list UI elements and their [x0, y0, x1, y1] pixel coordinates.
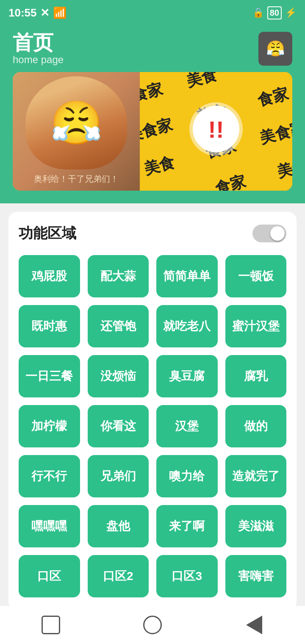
- banner-left: 😤 奥利给！干了兄弟们！: [13, 72, 140, 191]
- function-button-grid: 鸡屁股配大蒜简简单单一顿饭既时惠还管饱就吃老八蜜汁汉堡一日三餐没烦恼臭豆腐腐乳加…: [19, 255, 286, 597]
- nav-recent-button[interactable]: [239, 610, 269, 640]
- main-content: 功能区域 鸡屁股配大蒜简简单单一顿饭既时惠还管饱就吃老八蜜汁汉堡一日三餐没烦恼臭…: [0, 203, 305, 619]
- signal-icon: ✕: [40, 6, 50, 19]
- func-btn-22[interactable]: 来了啊: [156, 505, 218, 547]
- func-btn-8[interactable]: 一日三餐: [19, 355, 80, 397]
- func-btn-7[interactable]: 蜜汁汉堡: [225, 305, 287, 347]
- battery-display: 80: [267, 6, 282, 19]
- status-bar: 10:55 ✕ 📶 🔒 80 ⚡: [0, 0, 305, 25]
- feature-title: 功能区域: [19, 224, 76, 243]
- app-header: 首页 home page 😤: [0, 25, 305, 72]
- func-btn-23[interactable]: 美滋滋: [225, 505, 287, 547]
- func-btn-5[interactable]: 还管饱: [88, 305, 149, 347]
- nav-home-button[interactable]: [138, 610, 167, 640]
- status-time-area: 10:55 ✕ 📶: [8, 6, 67, 19]
- status-right-area: 🔒 80 ⚡: [252, 6, 297, 19]
- header-title-block: 首页 home page: [13, 32, 64, 66]
- page-title-zh: 首页: [13, 32, 64, 54]
- func-btn-4[interactable]: 既时惠: [19, 305, 80, 347]
- feature-header: 功能区域: [19, 224, 286, 243]
- func-btn-20[interactable]: 嘿嘿嘿: [19, 505, 80, 547]
- func-btn-11[interactable]: 腐乳: [225, 355, 287, 397]
- banner-exclaim-bubble: !!: [193, 106, 239, 153]
- func-btn-6[interactable]: 就吃老八: [156, 305, 218, 347]
- triangle-icon: [246, 616, 262, 634]
- func-btn-16[interactable]: 行不行: [19, 455, 80, 497]
- func-btn-21[interactable]: 盘他: [88, 505, 149, 547]
- banner-character-face: 😤: [25, 76, 127, 169]
- banner-container: 😤 奥利给！干了兄弟们！ 美食家 美食 食家 美食家 美食 食家 美食 食家 美…: [0, 72, 305, 203]
- func-btn-1[interactable]: 配大蒜: [88, 255, 149, 297]
- func-btn-10[interactable]: 臭豆腐: [156, 355, 218, 397]
- banner: 😤 奥利给！干了兄弟们！ 美食家 美食 食家 美食家 美食 食家 美食 食家 美…: [13, 72, 292, 191]
- func-btn-3[interactable]: 一顿饭: [225, 255, 287, 297]
- func-btn-19[interactable]: 造就完了: [225, 455, 287, 497]
- bottom-nav: [0, 606, 305, 644]
- wifi-icon: 📶: [53, 6, 67, 19]
- charging-icon: ⚡: [285, 7, 297, 18]
- func-btn-26[interactable]: 口区3: [156, 555, 218, 597]
- func-btn-24[interactable]: 口区: [19, 555, 80, 597]
- exclaim-text: !!: [208, 115, 224, 143]
- feature-card: 功能区域 鸡屁股配大蒜简简单单一顿饭既时惠还管饱就吃老八蜜汁汉堡一日三餐没烦恼臭…: [8, 212, 297, 610]
- func-btn-15[interactable]: 做的: [225, 405, 287, 447]
- func-btn-9[interactable]: 没烦恼: [88, 355, 149, 397]
- func-btn-17[interactable]: 兄弟们: [88, 455, 149, 497]
- circle-icon: [143, 616, 162, 634]
- func-btn-25[interactable]: 口区2: [88, 555, 149, 597]
- func-btn-2[interactable]: 简简单单: [156, 255, 218, 297]
- lock-icon: 🔒: [252, 7, 264, 18]
- func-btn-13[interactable]: 你看这: [88, 405, 149, 447]
- banner-right: 美食家 美食 食家 美食家 美食 食家 美食 食家 美食家 美食 食家 美食 !…: [140, 72, 292, 191]
- time-display: 10:55: [8, 6, 37, 19]
- func-btn-14[interactable]: 汉堡: [156, 405, 218, 447]
- func-btn-18[interactable]: 噢力给: [156, 455, 218, 497]
- banner-caption: 奥利给！干了兄弟们！: [13, 173, 140, 185]
- feature-toggle[interactable]: [252, 225, 286, 242]
- avatar[interactable]: 😤: [258, 32, 292, 66]
- func-btn-12[interactable]: 加柠檬: [19, 405, 80, 447]
- square-icon: [42, 616, 60, 634]
- nav-back-button[interactable]: [36, 610, 66, 640]
- func-btn-0[interactable]: 鸡屁股: [19, 255, 80, 297]
- page-title-en: home page: [13, 54, 64, 66]
- func-btn-27[interactable]: 害嗨害: [225, 555, 287, 597]
